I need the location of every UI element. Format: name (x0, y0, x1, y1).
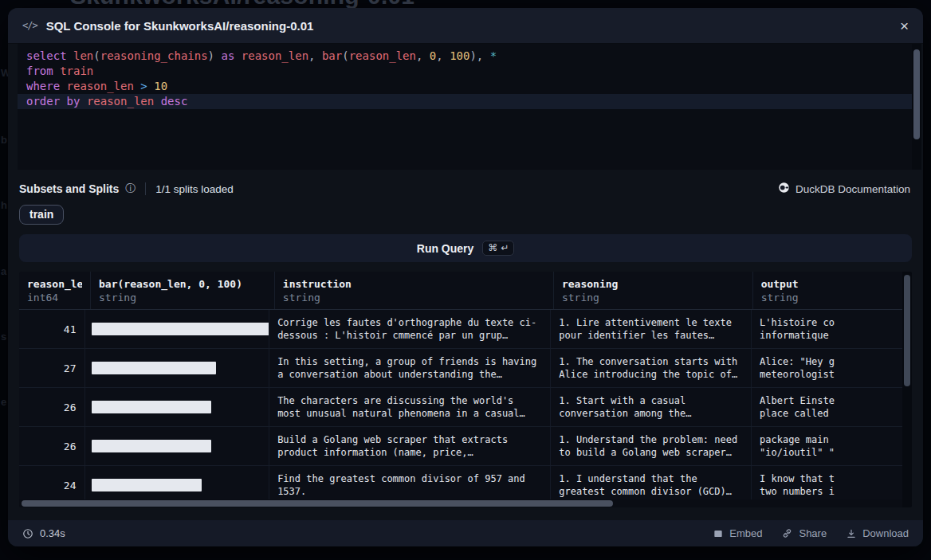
page: { "background": { "page_title_fragment":… (0, 0, 931, 560)
bar-chart-fill (92, 440, 211, 452)
cell-output-line: meteorologist (760, 368, 904, 381)
query-time-label: 0.34s (40, 527, 65, 539)
cell-output: Alice: "Hey gmeteorologist (752, 349, 912, 387)
cell-reasoning: 1. The conversation starts with Alice in… (551, 349, 752, 387)
cell-instruction-text: The characters are discussing the world'… (277, 394, 542, 420)
editor-scrollbar-track[interactable] (912, 44, 921, 170)
code-token: 0 (430, 49, 436, 62)
keyboard-shortcut-badge: ⌘ ↵ (482, 241, 514, 256)
editor-scrollbar-thumb[interactable] (913, 49, 920, 139)
cell-reasoning-text: 1. I understand that the greatest common… (559, 472, 743, 498)
embed-button[interactable]: Embed (713, 527, 762, 539)
code-line[interactable]: from train (18, 64, 921, 79)
code-token: order (26, 95, 60, 108)
cell-output: L'histoire coinformatique (752, 310, 912, 348)
cell-instruction-text: Find the greatest common divisor of 957 … (277, 472, 542, 498)
subsets-row: Subsets and Splits ⓘ 1/1 splits loaded D… (19, 182, 910, 196)
code-token: , (416, 49, 430, 62)
code-token: 10 (154, 80, 167, 92)
cell-instruction: In this setting, a group of friends is h… (269, 349, 551, 387)
duckdb-documentation-link[interactable]: DuckDB Documentation (778, 182, 910, 196)
bar-chart-fill (92, 479, 202, 491)
modal-title: SQL Console for SkunkworksAI/reasoning-0… (46, 19, 891, 33)
cell-bar (85, 427, 270, 465)
cell-output-line: place called (760, 407, 904, 420)
bar-chart-fill (92, 362, 216, 374)
modal-header: </> SQL Console for SkunkworksAI/reasoni… (8, 8, 923, 44)
info-icon[interactable]: ⓘ (125, 182, 136, 196)
cell-instruction: Find the greatest common divisor of 957 … (269, 466, 551, 504)
cell-output-line: two numbers i (760, 485, 904, 498)
column-name: bar(reason_len, 0, 100) (99, 277, 266, 291)
table-row[interactable]: 26The characters are discussing the worl… (19, 388, 912, 427)
cell-reasoning-text: 1. Lire attentivement le texte pour iden… (559, 316, 743, 342)
results-table: reason_lenint64bar(reason_len, 0, 100)st… (19, 272, 912, 507)
table-row[interactable]: 41Corrige les fautes d'orthographe du te… (19, 310, 912, 349)
sql-editor[interactable]: select len(reasoning_chains) as reason_l… (18, 44, 921, 170)
cell-reason-len: 24 (19, 466, 85, 504)
cell-reasoning: 1. Start with a casual conversation amon… (551, 388, 752, 426)
cell-output-line: package main (760, 433, 904, 446)
cell-reasoning-text: 1. The conversation starts with Alice in… (559, 355, 743, 381)
cell-reasoning: 1. Understand the problem: need to build… (551, 427, 752, 465)
download-button[interactable]: Download (846, 527, 909, 539)
background-text-fragment: b (1, 134, 7, 146)
bar-chart-fill (92, 401, 211, 413)
cell-instruction: Corrige les fautes d'orthographe du text… (269, 310, 551, 348)
code-token (53, 65, 60, 77)
code-token: reason_len (242, 49, 308, 62)
cell-output-line: Alice: "Hey g (760, 355, 904, 368)
code-token: ) (208, 49, 214, 62)
cell-bar (85, 349, 270, 387)
code-token: reasoning_chains (100, 49, 208, 62)
cell-bar (85, 466, 270, 504)
code-token: ( (93, 49, 100, 62)
cell-reasoning: 1. I understand that the greatest common… (551, 466, 752, 504)
column-name: reasoning (562, 277, 744, 291)
duckdb-icon (778, 182, 790, 196)
query-time: 0.34s (22, 527, 713, 539)
code-token (60, 80, 66, 92)
code-token: len (73, 49, 93, 62)
duckdb-documentation-label: DuckDB Documentation (795, 183, 910, 195)
column-header: instructionstring (275, 272, 554, 309)
table-horizontal-scrollbar-track[interactable] (19, 499, 902, 507)
vertical-divider (145, 182, 146, 195)
column-header: reason_lenint64 (19, 272, 91, 309)
close-icon[interactable]: × (900, 18, 909, 33)
column-type: string (562, 291, 744, 304)
code-token: , (436, 49, 450, 62)
column-name: instruction (283, 277, 545, 291)
cell-reasoning: 1. Lire attentivement le texte pour iden… (551, 310, 752, 348)
code-line[interactable]: select len(reasoning_chains) as reason_l… (18, 49, 921, 64)
share-button[interactable]: Share (781, 527, 827, 539)
cell-instruction-text: Corrige les fautes d'orthographe du text… (277, 316, 542, 342)
code-token (147, 80, 154, 92)
code-token (80, 95, 86, 108)
code-token: , (308, 49, 322, 62)
sql-console-modal: </> SQL Console for SkunkworksAI/reasoni… (8, 8, 923, 546)
cell-bar (85, 310, 270, 348)
table-row[interactable]: 26Build a Golang web scraper that extrac… (19, 427, 912, 466)
cell-instruction-text: In this setting, a group of friends is h… (277, 355, 542, 381)
table-horizontal-scrollbar-thumb[interactable] (22, 500, 613, 507)
code-token: ( (342, 49, 348, 62)
run-query-button[interactable]: Run Query ⌘ ↵ (19, 234, 912, 262)
column-type: string (761, 291, 904, 304)
table-row[interactable]: 27In this setting, a group of friends is… (19, 349, 912, 388)
cell-output-line: L'histoire co (760, 316, 904, 329)
download-icon (846, 528, 857, 539)
column-type: int64 (27, 291, 82, 304)
background-text-fragment: a (1, 265, 6, 277)
cell-output-line: Albert Einste (760, 394, 904, 407)
code-line[interactable]: where reason_len > 10 (18, 79, 921, 94)
background-text-fragment: h (1, 199, 7, 211)
code-token: bar (322, 49, 342, 62)
subsets-and-splits-label: Subsets and Splits (19, 182, 119, 195)
column-header: outputstring (753, 272, 912, 309)
code-line[interactable]: order by reason_len desc (18, 94, 921, 109)
table-vertical-scrollbar-track[interactable] (902, 272, 912, 507)
split-chip-train[interactable]: train (19, 205, 64, 225)
code-token: * (490, 49, 497, 62)
table-vertical-scrollbar-thumb[interactable] (904, 275, 910, 386)
